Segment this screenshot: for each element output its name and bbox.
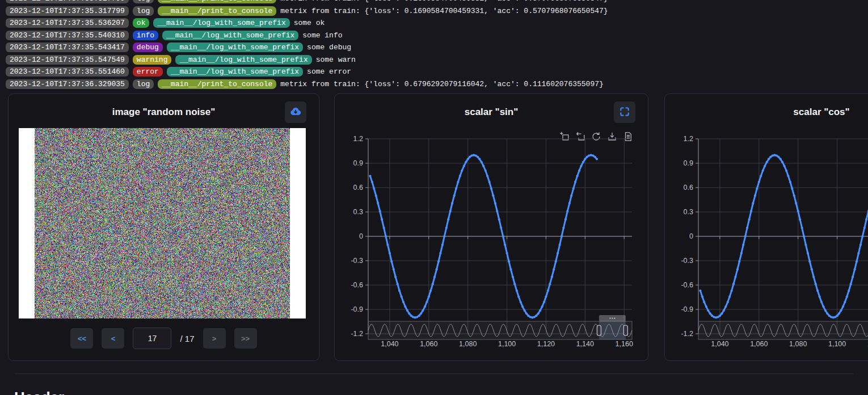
svg-text:1,120: 1,120 xyxy=(537,340,555,348)
svg-text:-0.3: -0.3 xyxy=(351,257,363,265)
log-level-badge: debug xyxy=(133,43,163,52)
log-message: metrix from train: {'loss': 0.1690584700… xyxy=(280,0,608,3)
log-row: 2023-12-10T17:37:36.329035 log __main__/… xyxy=(6,78,868,91)
log-source-badge: __main__/log_with_some_prefix xyxy=(175,55,311,65)
sin-line-chart: 1.20.90.60.30-0.3-0.6-0.9-1.21,0401,0601… xyxy=(335,134,648,350)
svg-text:1,140: 1,140 xyxy=(576,340,594,348)
scalar-sin-card: scalar "sin" 1.20.90.60.30-0.3-0.6-0.9-1… xyxy=(334,94,648,361)
log-source-badge: __main__/print_to_console xyxy=(158,6,276,16)
datazoom-slider[interactable] xyxy=(698,315,868,339)
log-level-badge: log xyxy=(133,79,154,89)
log-console: 2023-12-10T17:37:35.317799 log __main__/… xyxy=(6,0,868,90)
random-noise-image xyxy=(35,128,290,318)
log-level-badge: warning xyxy=(133,55,172,65)
log-source-badge: __main__/log_with_some_prefix xyxy=(153,18,289,28)
svg-text:0.3: 0.3 xyxy=(684,208,693,216)
log-timestamp: 2023-12-10T17:37:35.536207 xyxy=(6,18,129,28)
image-card-title: image "random noise" xyxy=(9,107,319,118)
prev-page-button[interactable]: < xyxy=(102,328,124,349)
svg-text:0.6: 0.6 xyxy=(353,184,363,192)
svg-text:1.2: 1.2 xyxy=(353,135,363,143)
svg-text:-1.2: -1.2 xyxy=(351,330,363,338)
axis-labels: 1.20.90.60.30-0.3-0.6-0.9-1.21,0401,0601… xyxy=(681,135,868,348)
log-row: 2023-12-10T17:37:35.536207 ok __main__/l… xyxy=(6,17,868,29)
download-image-button[interactable] xyxy=(285,101,306,123)
log-source-badge: __main__/log_with_some_prefix xyxy=(162,31,298,40)
next-page-button[interactable]: > xyxy=(203,328,226,349)
log-level-badge: log xyxy=(133,6,154,16)
section-divider xyxy=(14,373,854,374)
svg-text:0.3: 0.3 xyxy=(353,208,363,216)
log-timestamp: 2023-12-10T17:37:35.540310 xyxy=(6,31,129,40)
cos-line-chart: 1.20.90.60.30-0.3-0.6-0.9-1.21,0401,0601… xyxy=(665,134,868,350)
svg-text:0: 0 xyxy=(689,232,693,240)
log-level-badge: ok xyxy=(133,18,150,28)
log-message: some error xyxy=(307,67,351,76)
svg-text:-0.3: -0.3 xyxy=(681,257,693,265)
page-total-label: / 17 xyxy=(180,334,194,343)
svg-text:0.6: 0.6 xyxy=(684,184,693,192)
log-source-badge: __main__/log_with_some_prefix xyxy=(167,43,303,52)
log-level-badge: info xyxy=(133,31,158,40)
log-row: 2023-12-10T17:37:35.540310 info __main__… xyxy=(6,29,868,42)
log-timestamp: 2023-12-10T17:37:35.317799 xyxy=(6,0,129,3)
log-source-badge: __main__/log_with_some_prefix xyxy=(167,67,303,77)
log-level-badge: error xyxy=(133,67,163,77)
svg-text:-0.9: -0.9 xyxy=(681,305,693,313)
fullscreen-button[interactable] xyxy=(614,101,635,123)
log-row: 2023-12-10T17:37:35.551460 error __main_… xyxy=(6,66,868,78)
svg-text:1,060: 1,060 xyxy=(420,340,437,348)
svg-text:0: 0 xyxy=(359,232,363,240)
scalar-cos-card: scalar "cos" 1.20.90.60.30-0.3-0.6-0.9-1… xyxy=(664,94,868,361)
svg-text:1,160: 1,160 xyxy=(616,340,633,348)
datazoom-slider[interactable] xyxy=(368,315,632,339)
image-pagination: << < / 17 > >> xyxy=(9,328,319,349)
log-message: some debug xyxy=(307,43,351,52)
log-message: metrix from train: {'loss': 0.1690584700… xyxy=(280,7,608,15)
log-row-partial: 2023-12-10T17:37:35.317799 log __main__/… xyxy=(6,0,868,5)
log-row: 2023-12-10T17:37:35.547549 warning __mai… xyxy=(6,54,868,66)
svg-text:1,080: 1,080 xyxy=(789,340,807,348)
log-timestamp: 2023-12-10T17:37:35.551460 xyxy=(6,67,129,77)
svg-text:-1.2: -1.2 xyxy=(681,330,693,338)
image-viewer xyxy=(19,128,306,318)
cloud-download-icon xyxy=(289,105,302,120)
datazoom-right-handle[interactable] xyxy=(623,325,627,335)
svg-text:0.9: 0.9 xyxy=(353,159,363,167)
log-timestamp: 2023-12-10T17:37:35.547549 xyxy=(6,55,129,65)
page-number-input[interactable] xyxy=(133,328,171,349)
log-source-badge: __main__/print_to_console xyxy=(158,0,276,3)
markdown-header: Header xyxy=(14,389,64,395)
svg-text:1,040: 1,040 xyxy=(381,340,398,348)
svg-text:-0.9: -0.9 xyxy=(351,305,363,313)
log-row: 2023-12-10T17:37:35.543417 debug __main_… xyxy=(6,41,868,54)
log-row: 2023-12-10T17:37:35.317799 log __main__/… xyxy=(6,5,868,18)
svg-text:1.2: 1.2 xyxy=(684,135,693,143)
log-timestamp: 2023-12-10T17:37:35.317799 xyxy=(6,6,129,16)
log-timestamp: 2023-12-10T17:37:36.329035 xyxy=(6,79,129,89)
log-timestamp: 2023-12-10T17:37:35.543417 xyxy=(6,43,129,52)
first-page-button[interactable]: << xyxy=(70,328,93,349)
axes xyxy=(365,139,632,334)
log-message: some info xyxy=(302,31,342,40)
log-source-badge: __main__/print_to_console xyxy=(158,79,276,89)
fullscreen-icon xyxy=(619,106,630,119)
svg-text:-0.6: -0.6 xyxy=(351,281,363,289)
axes xyxy=(696,139,868,334)
axis-labels: 1.20.90.60.30-0.3-0.6-0.9-1.21,0401,0601… xyxy=(351,135,633,348)
log-message: some warn xyxy=(316,56,356,64)
last-page-button[interactable]: >> xyxy=(234,328,257,349)
svg-text:1,040: 1,040 xyxy=(711,340,728,348)
log-level-badge: log xyxy=(133,0,154,3)
log-message: metrix from train: {'loss': 0.6796292079… xyxy=(280,80,604,88)
datazoom-window[interactable] xyxy=(599,321,626,339)
datazoom-left-handle[interactable] xyxy=(597,325,601,335)
svg-text:-0.6: -0.6 xyxy=(681,281,693,289)
svg-text:1,100: 1,100 xyxy=(828,340,846,348)
svg-text:1,060: 1,060 xyxy=(750,340,768,348)
cos-card-title: scalar "cos" xyxy=(665,107,868,118)
svg-text:1,080: 1,080 xyxy=(459,340,477,348)
sin-card-title: scalar "sin" xyxy=(335,107,648,118)
image-card: image "random noise" << < / 17 > >> xyxy=(8,94,319,361)
log-message: some ok xyxy=(294,19,325,27)
